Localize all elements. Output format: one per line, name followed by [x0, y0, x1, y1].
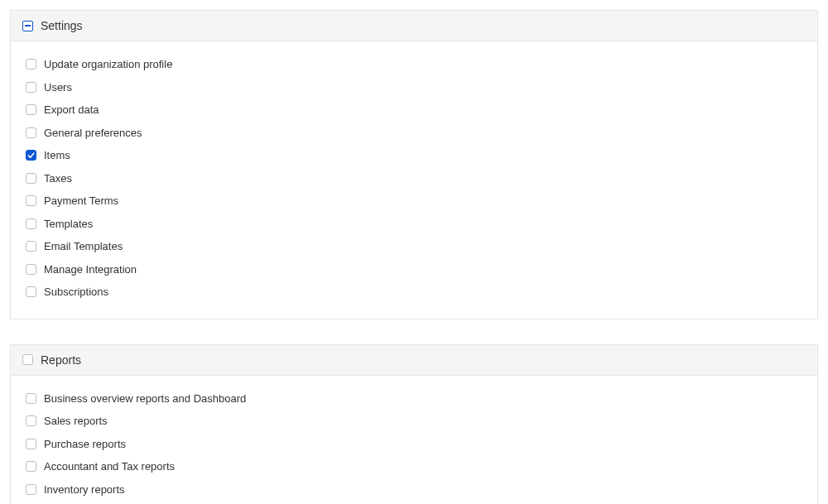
- option-inventory-reports: Inventory reports: [26, 478, 802, 502]
- settings-header: Settings: [11, 11, 817, 41]
- option-subscriptions: Subscriptions: [26, 281, 802, 304]
- option-items: Items: [26, 144, 802, 167]
- checkbox-icon[interactable]: [26, 484, 36, 495]
- option-payment-terms: Payment Terms: [26, 190, 802, 213]
- option-accountant-tax-reports: Accountant and Tax reports: [26, 455, 802, 478]
- checkbox-icon[interactable]: [26, 127, 36, 138]
- settings-body: Update organization profile Users Export…: [11, 41, 817, 319]
- option-label[interactable]: Subscriptions: [44, 284, 108, 300]
- reports-panel: Reports Business overview reports and Da…: [10, 344, 818, 505]
- option-label[interactable]: Inventory reports: [44, 482, 125, 498]
- checkbox-icon[interactable]: [26, 415, 36, 426]
- checkbox-icon[interactable]: [26, 104, 36, 115]
- reports-header: Reports: [11, 345, 817, 376]
- option-label[interactable]: Manage Integration: [44, 262, 137, 278]
- option-label[interactable]: Users: [44, 79, 72, 96]
- option-label[interactable]: Purchase reports: [44, 436, 126, 453]
- settings-title: Settings: [41, 19, 83, 32]
- option-label[interactable]: Payment Terms: [44, 193, 118, 209]
- option-users: Users: [26, 76, 802, 99]
- option-email-templates: Email Templates: [26, 235, 802, 258]
- checkbox-icon[interactable]: [26, 286, 36, 297]
- option-label[interactable]: General preferences: [44, 125, 142, 142]
- checkbox-icon[interactable]: [26, 82, 36, 93]
- option-export-data: Export data: [26, 98, 802, 122]
- option-timesheet-reports: Timesheet reports: [26, 501, 802, 504]
- option-business-overview-reports: Business overview reports and Dashboard: [26, 387, 802, 410]
- option-update-organization-profile: Update organization profile: [26, 53, 802, 76]
- checkbox-icon[interactable]: [22, 354, 33, 365]
- checkbox-icon[interactable]: [26, 195, 36, 206]
- settings-panel: Settings Update organization profile Use…: [10, 10, 818, 319]
- checkbox-icon[interactable]: [26, 150, 36, 161]
- checkbox-icon[interactable]: [26, 241, 36, 252]
- option-templates: Templates: [26, 213, 802, 236]
- checkbox-icon[interactable]: [26, 59, 36, 70]
- option-label[interactable]: Update organization profile: [44, 56, 172, 73]
- checkbox-icon[interactable]: [26, 439, 36, 449]
- checkbox-icon[interactable]: [26, 461, 36, 472]
- checkbox-icon[interactable]: [26, 218, 36, 229]
- option-label[interactable]: Items: [44, 147, 70, 164]
- option-label[interactable]: Email Templates: [44, 238, 123, 255]
- checkbox-icon[interactable]: [26, 173, 36, 184]
- option-label[interactable]: Accountant and Tax reports: [44, 458, 175, 475]
- checkbox-icon[interactable]: [26, 393, 36, 404]
- option-sales-reports: Sales reports: [26, 410, 802, 433]
- option-label[interactable]: Templates: [44, 216, 93, 233]
- option-taxes: Taxes: [26, 167, 802, 190]
- reports-body: Business overview reports and Dashboard …: [11, 376, 817, 505]
- option-label[interactable]: Taxes: [44, 170, 72, 187]
- reports-title: Reports: [41, 353, 81, 367]
- option-purchase-reports: Purchase reports: [26, 433, 802, 456]
- option-label[interactable]: Export data: [44, 102, 99, 118]
- option-label[interactable]: Sales reports: [44, 413, 108, 430]
- checkbox-icon[interactable]: [26, 264, 36, 275]
- option-general-preferences: General preferences: [26, 122, 802, 145]
- option-manage-integration: Manage Integration: [26, 258, 802, 281]
- option-label[interactable]: Business overview reports and Dashboard: [44, 391, 246, 407]
- minus-square-icon[interactable]: [22, 21, 33, 31]
